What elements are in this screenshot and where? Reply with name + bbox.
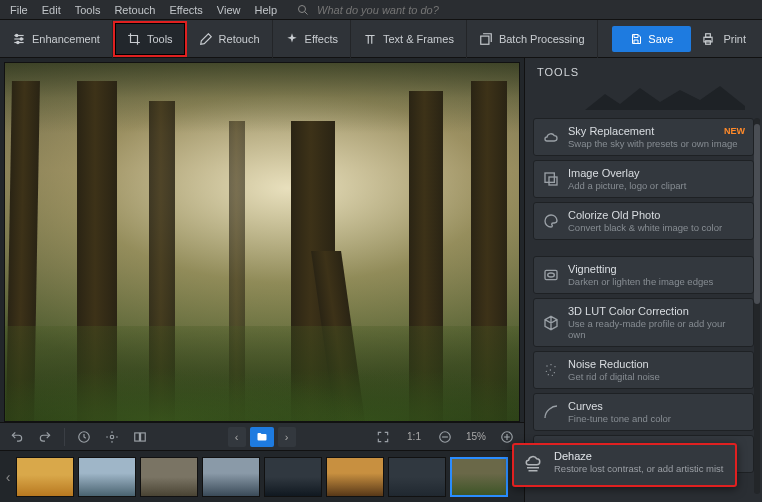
tool-label: Noise Reduction [568, 358, 745, 370]
crop-icon [127, 32, 141, 46]
svg-rect-21 [549, 177, 557, 185]
sliders-icon [12, 32, 26, 46]
svg-rect-22 [545, 270, 557, 279]
svg-point-26 [554, 366, 555, 367]
panel-scrollbar[interactable] [754, 118, 760, 494]
ratio-label[interactable]: 1:1 [400, 431, 428, 442]
svg-point-28 [550, 369, 551, 370]
thumbnail-selected[interactable] [450, 457, 508, 497]
tab-text-frames[interactable]: Text & Frames [351, 20, 467, 58]
tab-retouch-label: Retouch [219, 33, 260, 45]
svg-point-25 [550, 364, 551, 365]
svg-point-12 [110, 435, 114, 439]
svg-point-7 [17, 41, 19, 43]
overlay-icon [542, 170, 560, 188]
thumbnail[interactable] [78, 457, 136, 497]
svg-point-5 [16, 34, 18, 36]
tool-3d-lut[interactable]: 3D LUT Color Correction Use a ready-made… [533, 298, 754, 347]
thumbnail[interactable] [140, 457, 198, 497]
sparkle-icon [285, 32, 299, 46]
tool-desc: Fine-tune tone and color [568, 413, 745, 424]
tools-panel: TOOLS Sky ReplacementNEW Swap the sky wi… [524, 58, 762, 502]
tool-label: 3D LUT Color Correction [568, 305, 745, 317]
print-icon [701, 32, 715, 46]
menu-edit[interactable]: Edit [36, 2, 67, 18]
tool-label: Sky Replacement [568, 125, 654, 137]
tool-label: Image Overlay [568, 167, 745, 179]
tool-image-overlay[interactable]: Image Overlay Add a picture, logo or cli… [533, 160, 754, 198]
print-button[interactable]: Print [701, 32, 746, 46]
svg-point-0 [299, 5, 306, 12]
scrollbar-thumb[interactable] [754, 124, 760, 304]
tab-effects[interactable]: Effects [273, 20, 351, 58]
menu-retouch[interactable]: Retouch [108, 2, 161, 18]
tab-tools-label: Tools [147, 33, 173, 45]
svg-rect-14 [141, 432, 146, 440]
tool-label: Vignetting [568, 263, 745, 275]
open-folder-button[interactable] [250, 427, 274, 447]
svg-point-27 [546, 371, 547, 372]
tool-curves[interactable]: Curves Fine-tune tone and color [533, 393, 754, 431]
curves-icon [542, 403, 560, 421]
tool-noise-reduction[interactable]: Noise Reduction Get rid of digital noise [533, 351, 754, 389]
tool-colorize[interactable]: Colorize Old Photo Convert black & white… [533, 202, 754, 240]
history-button[interactable] [73, 426, 95, 448]
left-pane: ‹ › 1:1 15% ‹ › [0, 58, 524, 502]
tab-tools[interactable]: Tools [113, 21, 187, 57]
svg-rect-13 [135, 432, 140, 440]
batch-icon [479, 32, 493, 46]
tool-desc: Get rid of digital noise [568, 371, 745, 382]
tab-enhancement[interactable]: Enhancement [0, 20, 113, 58]
svg-point-6 [20, 37, 22, 39]
zoom-out-button[interactable] [434, 426, 456, 448]
vignette-icon [542, 266, 560, 284]
menu-view[interactable]: View [211, 2, 247, 18]
menu-file[interactable]: File [4, 2, 34, 18]
print-button-label: Print [723, 33, 746, 45]
svg-rect-10 [706, 33, 711, 37]
tool-vignetting[interactable]: Vignetting Darken or lighten the image e… [533, 256, 754, 294]
noise-icon [542, 361, 560, 379]
brush-icon [199, 32, 213, 46]
svg-point-24 [546, 365, 547, 366]
svg-point-30 [548, 374, 549, 375]
tool-desc: Restore lost contrast, or add artistic m… [554, 463, 727, 474]
thumbnail[interactable] [388, 457, 446, 497]
before-after-button[interactable] [101, 426, 123, 448]
undo-button[interactable] [6, 426, 28, 448]
panel-title: TOOLS [537, 66, 750, 78]
tool-desc: Convert black & white image to color [568, 222, 745, 233]
tab-enhancement-label: Enhancement [32, 33, 100, 45]
tool-dehaze[interactable]: Dehaze Restore lost contrast, or add art… [512, 443, 737, 487]
tab-retouch[interactable]: Retouch [187, 20, 273, 58]
menu-help[interactable]: Help [248, 2, 283, 18]
redo-button[interactable] [34, 426, 56, 448]
image-canvas[interactable] [4, 62, 520, 422]
tool-sky-replacement[interactable]: Sky ReplacementNEW Swap the sky with pre… [533, 118, 754, 156]
search-input[interactable] [317, 4, 457, 16]
thumbnail[interactable] [264, 457, 322, 497]
tool-label: Curves [568, 400, 745, 412]
compare-button[interactable] [129, 426, 151, 448]
tool-label: Colorize Old Photo [568, 209, 745, 221]
filmstrip-prev[interactable]: ‹ [4, 469, 12, 485]
tool-desc: Use a ready-made profile or add your own [568, 318, 745, 340]
image-content [5, 63, 519, 421]
tool-desc: Darken or lighten the image edges [568, 276, 745, 287]
svg-point-31 [552, 375, 553, 376]
menu-tools[interactable]: Tools [69, 2, 107, 18]
fit-screen-button[interactable] [372, 426, 394, 448]
thumbnail[interactable] [16, 457, 74, 497]
save-button[interactable]: Save [612, 26, 691, 52]
thumbnail[interactable] [326, 457, 384, 497]
menu-effects[interactable]: Effects [163, 2, 208, 18]
next-image-button[interactable]: › [278, 427, 296, 447]
thumbnail[interactable] [202, 457, 260, 497]
tab-batch[interactable]: Batch Processing [467, 20, 598, 58]
svg-rect-8 [481, 36, 489, 44]
tool-desc: Swap the sky with presets or own image [568, 138, 745, 149]
save-button-label: Save [648, 33, 673, 45]
prev-image-button[interactable]: ‹ [228, 427, 246, 447]
dehaze-icon [524, 455, 544, 475]
tool-label: Dehaze [554, 450, 727, 462]
